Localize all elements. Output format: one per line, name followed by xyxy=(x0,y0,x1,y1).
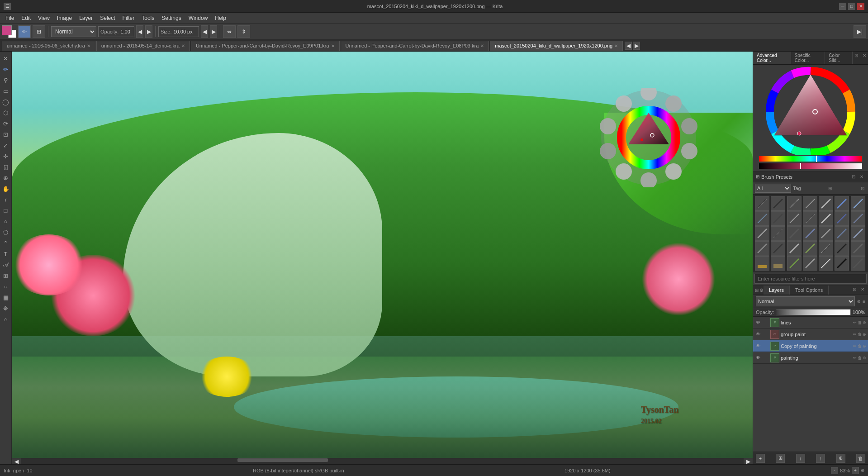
brush-item-28[interactable] xyxy=(851,241,865,256)
panel-toggle-btn[interactable]: ▶| xyxy=(854,25,866,38)
tool-multibrush[interactable]: ❊ xyxy=(1,303,11,313)
adv-tab-advanced[interactable]: Advanced Color... xyxy=(753,52,791,64)
brush-item-14[interactable] xyxy=(851,211,865,226)
tool-fill[interactable]: ⚲ xyxy=(1,75,11,85)
adv-tab-slider[interactable]: Color Slid... xyxy=(825,52,853,64)
layer-filter-icon[interactable]: ⚙ xyxy=(857,299,861,304)
tab-scroll-right[interactable]: ▶ xyxy=(633,42,640,50)
menu-tools[interactable]: Tools xyxy=(138,14,158,22)
layer-group-btn[interactable]: ⊞ xyxy=(776,454,785,463)
hscroll-right[interactable]: ▶ xyxy=(744,458,753,465)
tool-select-poly[interactable]: ⬡ xyxy=(1,108,11,118)
brush-item-5[interactable] xyxy=(819,196,833,211)
brush-item-32[interactable] xyxy=(803,256,817,271)
adv-tab-specific[interactable]: Specific Color... xyxy=(791,52,825,64)
tab-demo-close[interactable]: ✕ xyxy=(181,43,185,48)
blend-mode-select[interactable]: Normal Multiply Screen Overlay xyxy=(51,26,96,37)
layer-lines-edit[interactable]: ✏ xyxy=(853,320,857,325)
mirror-v-btn[interactable]: ⇕ xyxy=(237,25,250,38)
brush-item-9[interactable] xyxy=(771,211,785,226)
tool-path[interactable]: ⌃ xyxy=(1,238,11,248)
tool-pan[interactable]: ✋ xyxy=(1,184,11,194)
menu-layer[interactable]: Layer xyxy=(76,14,96,22)
menu-select[interactable]: Select xyxy=(96,14,119,22)
tool-ellipse[interactable]: ○ xyxy=(1,216,11,226)
menu-filter[interactable]: Filter xyxy=(119,14,138,22)
size-decrease[interactable]: ◀ xyxy=(201,25,208,38)
brush-filter-input[interactable] xyxy=(754,274,867,284)
tool-rect[interactable]: □ xyxy=(1,205,11,215)
tool-measure[interactable]: ↔ xyxy=(1,281,11,291)
menu-image[interactable]: Image xyxy=(53,14,76,22)
layer-group-delete[interactable]: 🗑 xyxy=(858,332,862,337)
brush-item-22[interactable] xyxy=(755,241,769,256)
brush-item-27[interactable] xyxy=(835,241,849,256)
brush-item-18[interactable] xyxy=(803,226,817,241)
tab-pepper-e08-close[interactable]: ✕ xyxy=(480,43,484,48)
layer-copy-btn[interactable]: ⊕ xyxy=(836,454,845,463)
canvas-area[interactable]: TysonTan2015.02 xyxy=(12,52,753,464)
brush-item-16[interactable] xyxy=(771,226,785,241)
brush-item-6[interactable] xyxy=(835,196,849,211)
layer-group-more[interactable]: ⊕ xyxy=(863,332,866,337)
layer-options-icon[interactable]: ≡ xyxy=(863,299,865,304)
menu-icon[interactable]: ☰ xyxy=(4,3,11,10)
tool-select-ellipse[interactable]: ◯ xyxy=(1,97,11,107)
brush-item-13[interactable] xyxy=(835,211,849,226)
layer-add-btn[interactable]: + xyxy=(756,454,765,463)
brush-item-26[interactable] xyxy=(819,241,833,256)
layer-move-up-btn[interactable]: ↑ xyxy=(816,454,825,463)
tool-crop[interactable]: ⊡ xyxy=(1,129,11,139)
layer-blend-select[interactable]: Normal Multiply Screen xyxy=(756,296,855,306)
layers-panel-close[interactable]: ✕ xyxy=(859,286,866,293)
foreground-color-swatch[interactable] xyxy=(2,25,12,35)
brush-item-35[interactable] xyxy=(851,256,865,271)
hscroll-left[interactable]: ◀ xyxy=(12,458,21,465)
color-wheel-svg[interactable] xyxy=(759,67,863,155)
minimize-button[interactable]: ─ xyxy=(839,3,846,10)
tool-text[interactable]: T xyxy=(1,249,11,259)
color-wheel-popup[interactable] xyxy=(599,88,698,187)
freehand-brush-tool[interactable]: ✏ xyxy=(18,25,31,38)
lightness-slider[interactable] xyxy=(759,163,863,169)
menu-file[interactable]: File xyxy=(2,14,18,22)
tool-polygon[interactable]: ⬠ xyxy=(1,227,11,237)
tool-options-tab[interactable]: Tool Options xyxy=(790,286,829,295)
zoom-out-btn[interactable]: - xyxy=(831,467,838,474)
brush-detach-btn[interactable]: ⊡ xyxy=(859,185,866,192)
menu-settings[interactable]: Settings xyxy=(158,14,185,22)
size-increase[interactable]: ▶ xyxy=(210,25,217,38)
brush-item-8[interactable] xyxy=(755,211,769,226)
close-button[interactable]: ✕ xyxy=(857,3,864,10)
layer-row-painting[interactable]: 👁 P painting ✏ 🗑 ⊕ xyxy=(753,352,868,364)
brush-all-select[interactable]: All xyxy=(755,184,791,193)
brush-item-21[interactable] xyxy=(851,226,865,241)
tool-brush[interactable]: ✏ xyxy=(1,64,11,74)
menu-edit[interactable]: Edit xyxy=(18,14,34,22)
tool-line[interactable]: / xyxy=(1,195,11,205)
brush-item-30[interactable] xyxy=(771,256,785,271)
hue-slider[interactable] xyxy=(759,156,863,162)
brush-item-12[interactable] xyxy=(819,211,833,226)
artwork-canvas[interactable]: TysonTan2015.02 xyxy=(12,52,753,458)
tool-move[interactable]: ✛ xyxy=(1,151,11,161)
maximize-button[interactable]: □ xyxy=(848,3,855,10)
opacity-decrease[interactable]: ◀ xyxy=(136,25,143,38)
tab-scroll-left[interactable]: ◀ xyxy=(625,42,632,50)
layer-group-edit[interactable]: ✏ xyxy=(853,332,857,337)
canvas-hscroll[interactable]: ◀ ▶ xyxy=(12,458,753,464)
tab-demo[interactable]: unnamed - 2016-05-14_demo-c.kra ✕ xyxy=(96,41,190,51)
layer-row-group[interactable]: 👁 G group paint ✏ 🗑 ⊕ xyxy=(753,328,868,340)
menu-help[interactable]: Help xyxy=(211,14,230,22)
tool-select-rect[interactable]: ▭ xyxy=(1,86,11,96)
layer-lines-more[interactable]: ⊕ xyxy=(863,320,866,325)
layer-painting-visibility[interactable]: 👁 xyxy=(755,355,761,361)
layers-panel-detach[interactable]: ⊡ xyxy=(851,286,858,293)
layer-painting-delete[interactable]: 🗑 xyxy=(858,356,862,360)
layer-copy-more[interactable]: ⊕ xyxy=(863,344,866,348)
tab-pepper-e08[interactable]: Unnamed - Pepper-and-Carrot-by-David-Rev… xyxy=(341,41,489,51)
brush-item-10[interactable] xyxy=(787,211,802,226)
brush-tag-btn[interactable]: ⊞ xyxy=(826,185,834,192)
layer-lines-delete[interactable]: 🗑 xyxy=(858,320,862,325)
tool-zoom[interactable]: ⊕ xyxy=(1,173,11,183)
